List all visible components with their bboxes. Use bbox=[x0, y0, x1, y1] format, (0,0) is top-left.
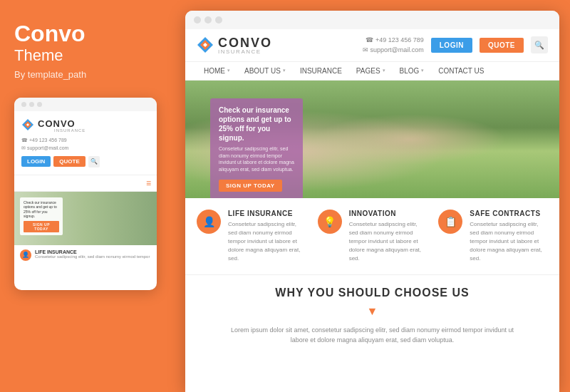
header-email: support@mail.com bbox=[370, 46, 424, 53]
innovation-desc: Consetetur sadipscing elitr, sed diam no… bbox=[349, 220, 428, 263]
mobile-card-text: Check our insurance options and get up t… bbox=[24, 200, 59, 219]
life-insurance-title: LIFE INSURANCE bbox=[228, 210, 306, 217]
mobile-header: CONVO INSURANCE ☎ +49 123 456 789 ✉ supp… bbox=[14, 111, 157, 175]
feature-innovation: 💡 INNOVATION Consetetur sadipscing elitr… bbox=[318, 210, 428, 263]
nav-home-arrow: ▾ bbox=[227, 68, 230, 73]
mobile-feature-desc: Consetetur sadipscing elitr, sed diam no… bbox=[35, 254, 150, 260]
login-button[interactable]: LOGIN bbox=[431, 38, 472, 53]
site-logo-text: CONVO bbox=[218, 36, 272, 50]
brand-title: Convo bbox=[14, 21, 164, 46]
brand-subtitle: Theme bbox=[14, 46, 164, 65]
mobile-feature-item: 👤 LIFE INSURANCE Consetetur sadipscing e… bbox=[20, 249, 151, 261]
nav-blog[interactable]: BLOG ▾ bbox=[393, 62, 432, 80]
mobile-features: 👤 LIFE INSURANCE Consetetur sadipscing e… bbox=[14, 245, 157, 269]
site-header: CONVO INSURANCE ☎ +49 123 456 789 ✉ supp… bbox=[185, 29, 559, 62]
desktop-dot-2 bbox=[204, 16, 212, 24]
mobile-logo-icon bbox=[21, 118, 34, 131]
nav-contact[interactable]: CONTACT US bbox=[431, 62, 491, 80]
features-row: 👤 LIFE INSURANCE Consetetur sadipscing e… bbox=[185, 198, 559, 275]
safe-contracts-desc: Consetetur sadipscing elitr, sed diam no… bbox=[470, 220, 548, 263]
life-insurance-desc: Consetetur sadipscing elitr, sed diam no… bbox=[228, 220, 306, 263]
mobile-logo-sub: INSURANCE bbox=[54, 128, 86, 133]
why-section: WHY YOU SHOULD CHOOSE US ▼ Lorem ipsum d… bbox=[185, 275, 559, 357]
safe-contracts-icon: 📋 bbox=[438, 210, 462, 234]
nav-pages-arrow: ▾ bbox=[383, 68, 385, 73]
nav-blog-arrow: ▾ bbox=[421, 68, 424, 73]
safe-contracts-title: SAFE CONTRACTS bbox=[470, 210, 548, 217]
dot-red bbox=[21, 102, 26, 107]
desktop-mockup: CONVO INSURANCE ☎ +49 123 456 789 ✉ supp… bbox=[185, 11, 559, 392]
mobile-signup-button[interactable]: SIGN UP TODAY bbox=[24, 221, 59, 232]
dot-yellow bbox=[29, 102, 34, 107]
mobile-search-icon[interactable]: 🔍 bbox=[88, 156, 100, 167]
innovation-icon: 💡 bbox=[318, 210, 342, 234]
why-title: WHY YOU SHOULD CHOOSE US bbox=[197, 287, 548, 299]
desktop-dot-1 bbox=[194, 16, 201, 24]
nav-about[interactable]: ABOUT US ▾ bbox=[237, 62, 293, 80]
left-panel: Convo Theme By template_path CONVO INSUR… bbox=[0, 0, 178, 392]
mobile-hamburger-icon[interactable]: ≡ bbox=[14, 175, 157, 192]
quote-button[interactable]: QUOTE bbox=[480, 38, 524, 53]
why-icon: ▼ bbox=[367, 305, 378, 318]
mobile-logo-area: CONVO INSURANCE bbox=[21, 117, 150, 133]
hero-section: Check our insurance options and get up t… bbox=[185, 81, 559, 198]
site-logo-area: CONVO INSURANCE bbox=[197, 36, 272, 55]
signup-button[interactable]: SIGN UP TODAY bbox=[219, 180, 282, 192]
hero-card-text: Consetetur sadipscing elitr, sed diam no… bbox=[219, 145, 294, 173]
mobile-top-bar bbox=[14, 98, 157, 111]
mobile-feature-title: LIFE INSURANCE bbox=[35, 249, 150, 254]
desktop-top-bar bbox=[185, 11, 559, 29]
desktop-dot-3 bbox=[215, 16, 222, 24]
why-desc: Lorem ipsum dolor sit amet, consetetur s… bbox=[223, 325, 522, 346]
mobile-quote-button[interactable]: QUOTE bbox=[53, 156, 85, 167]
nav-insurance[interactable]: INSURANCE bbox=[293, 62, 349, 80]
life-insurance-icon: 👤 bbox=[197, 210, 221, 234]
hero-card-title: Check our insurance options and get up t… bbox=[219, 105, 294, 143]
nav-home[interactable]: HOME ▾ bbox=[197, 62, 237, 80]
mobile-hero-card: Check our insurance options and get up t… bbox=[20, 197, 63, 235]
header-phone: +49 123 456 789 bbox=[375, 36, 424, 43]
innovation-content: INNOVATION Consetetur sadipscing elitr, … bbox=[349, 210, 428, 263]
feature-life-insurance: 👤 LIFE INSURANCE Consetetur sadipscing e… bbox=[197, 210, 306, 263]
mobile-login-button[interactable]: LOGIN bbox=[21, 156, 51, 167]
header-right: ☎ +49 123 456 789 ✉ support@mail.com LOG… bbox=[363, 35, 548, 56]
life-insurance-content: LIFE INSURANCE Consetetur sadipscing eli… bbox=[228, 210, 306, 263]
header-contact: ☎ +49 123 456 789 ✉ support@mail.com bbox=[363, 35, 424, 56]
site-nav: HOME ▾ ABOUT US ▾ INSURANCE PAGES ▾ BLOG… bbox=[185, 62, 559, 81]
brand-author: By template_path bbox=[14, 69, 164, 80]
site-logo-icon bbox=[197, 36, 214, 53]
safe-contracts-content: SAFE CONTRACTS Consetetur sadipscing eli… bbox=[470, 210, 548, 263]
dot-green bbox=[37, 102, 42, 107]
mobile-hero: Check our insurance options and get up t… bbox=[14, 192, 157, 245]
feature-safe-contracts: 📋 SAFE CONTRACTS Consetetur sadipscing e… bbox=[438, 210, 548, 263]
mobile-buttons: LOGIN QUOTE 🔍 bbox=[21, 156, 150, 167]
hero-card: Check our insurance options and get up t… bbox=[210, 98, 303, 198]
why-divider: ▼ bbox=[197, 305, 548, 318]
mobile-feature-icon: 👤 bbox=[20, 249, 31, 261]
mobile-mockup: CONVO INSURANCE ☎ +49 123 456 789 ✉ supp… bbox=[14, 98, 157, 290]
search-icon[interactable]: 🔍 bbox=[531, 36, 548, 53]
mobile-contact: ☎ +49 123 456 789 ✉ support@mail.com bbox=[21, 136, 150, 152]
innovation-title: INNOVATION bbox=[349, 210, 428, 217]
mobile-logo-text: CONVO bbox=[38, 118, 76, 129]
nav-about-arrow: ▾ bbox=[283, 68, 286, 73]
nav-pages[interactable]: PAGES ▾ bbox=[349, 62, 393, 80]
